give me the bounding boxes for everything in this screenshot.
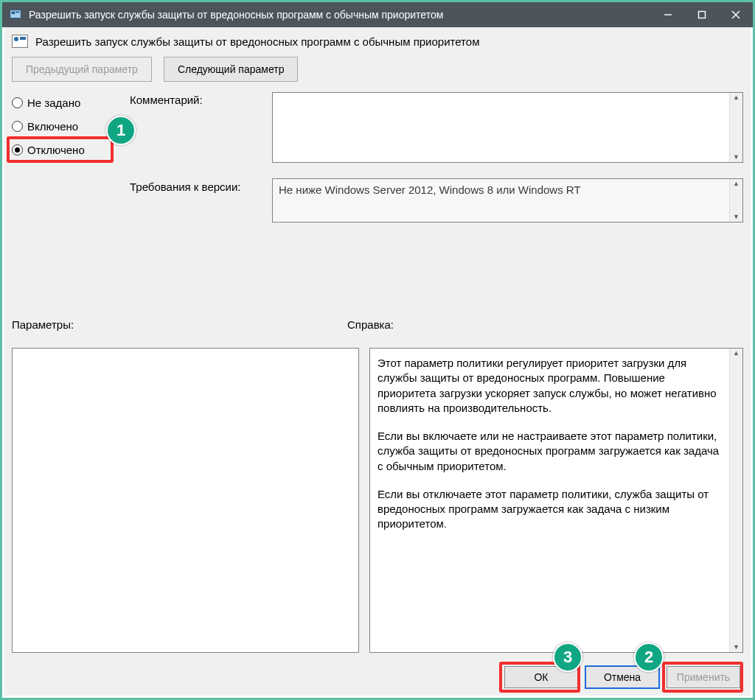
scrollbar[interactable]: ▲▼: [729, 93, 742, 162]
annotation-badge-3: 3: [553, 643, 582, 672]
supported-text: Не ниже Windows Server 2012, Windows 8 и…: [279, 183, 581, 196]
options-pane: [12, 348, 359, 653]
comment-label: Комментарий:: [130, 94, 203, 106]
window-title: Разрешить запуск службы защиты от вредон…: [29, 9, 443, 21]
close-button[interactable]: [719, 2, 753, 27]
help-paragraph: Этот параметр политики регулирует приори…: [378, 356, 723, 416]
supported-label: Требования к версии:: [130, 181, 241, 193]
app-icon: [8, 7, 23, 22]
radio-not-configured[interactable]: Не задано: [12, 92, 122, 113]
svg-rect-2: [15, 12, 19, 13]
apply-button[interactable]: Применить: [667, 666, 740, 688]
maximize-button[interactable]: [685, 2, 719, 27]
scrollbar[interactable]: ▲▼: [729, 349, 742, 652]
help-pane: Этот параметр политики регулирует приори…: [369, 348, 743, 653]
policy-icon: [12, 35, 28, 48]
title-bar: Разрешить запуск службы защиты от вредон…: [2, 2, 753, 27]
previous-setting-button: Предыдущий параметр: [12, 57, 152, 82]
radio-label: Включено: [27, 120, 78, 133]
radio-label: Отключено: [27, 144, 85, 156]
comment-textarea[interactable]: ▲▼: [272, 92, 743, 163]
svg-rect-4: [699, 12, 706, 18]
annotation-badge-1: 1: [106, 116, 136, 145]
options-pane-label: Параметры:: [12, 318, 340, 331]
next-setting-button[interactable]: Следующий параметр: [164, 57, 299, 82]
minimize-button[interactable]: [651, 2, 685, 27]
help-pane-label: Справка:: [347, 318, 394, 331]
help-paragraph: Если вы отключаете этот параметр политик…: [378, 487, 723, 532]
svg-rect-1: [12, 12, 15, 15]
page-title: Разрешить запуск службы защиты от вредон…: [35, 35, 479, 48]
radio-disabled[interactable]: Отключено: [12, 139, 122, 160]
scrollbar[interactable]: ▲▼: [729, 179, 742, 222]
radio-label: Не задано: [27, 97, 80, 109]
help-paragraph: Если вы включаете или не настраиваете эт…: [378, 429, 723, 474]
annotation-badge-2: 2: [634, 643, 664, 672]
supported-textbox: Не ниже Windows Server 2012, Windows 8 и…: [272, 178, 743, 223]
